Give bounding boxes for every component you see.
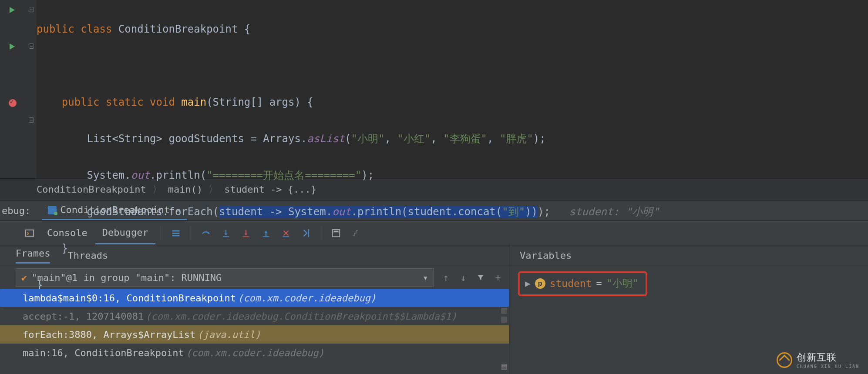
frame-text: forEach:3880, Arrays$ArrayList: [23, 329, 195, 340]
fold-toggle[interactable]: [29, 43, 34, 49]
keyword: static: [106, 96, 144, 108]
frame-text: lambda$main$0:16, ConditionBreakpoint: [23, 293, 236, 304]
frame-location: (com.xm.coder.ideadebug): [238, 293, 376, 304]
debug-label: ebug:: [0, 205, 30, 216]
string: "========开始点名========": [206, 169, 361, 181]
keyword: public: [62, 96, 100, 108]
signature: (String[] args): [206, 96, 307, 108]
variables-title: Variables: [509, 245, 868, 266]
variable-row[interactable]: ▶ p student = "小明": [518, 271, 647, 296]
code-text: goodStudents.forEach(: [87, 206, 219, 218]
method-name: main: [181, 96, 206, 108]
code-text: student -> System.: [219, 206, 332, 218]
frame-location: (com.xm.coder.ideadebug): [186, 347, 324, 358]
breakpoint-icon[interactable]: [9, 99, 17, 107]
watermark-text: 创新互联: [797, 352, 837, 363]
field: out: [332, 206, 351, 218]
code-text: .println(student.concat(: [351, 206, 502, 218]
run-method-icon[interactable]: [10, 43, 17, 51]
code-text: );: [538, 206, 550, 218]
frame-row[interactable]: accept:-1, 1207140081 (com.xm.coder.idea…: [0, 307, 509, 325]
code-text: ,: [384, 133, 397, 145]
brace: {: [307, 96, 313, 108]
code-text: );: [533, 133, 546, 145]
frame-row[interactable]: lambda$main$0:16, ConditionBreakpoint (c…: [0, 289, 509, 307]
brace: {: [244, 23, 250, 35]
code-text: (: [345, 133, 351, 145]
frames-list: lambda$main$0:16, ConditionBreakpoint (c…: [0, 289, 509, 374]
param-badge-icon: p: [535, 278, 545, 289]
code-text: ,: [487, 133, 500, 145]
editor-area: public class ConditionBreakpoint { publi…: [0, 0, 868, 178]
class-name: ConditionBreakpoint: [118, 23, 238, 35]
inline-hint: student: "小明": [569, 206, 659, 218]
code-text: );: [361, 169, 374, 181]
keyword: void: [150, 96, 175, 108]
frame-text: main:16, ConditionBreakpoint: [23, 347, 184, 358]
trace-icon[interactable]: [347, 224, 366, 243]
field: out: [131, 169, 150, 181]
variable-value: "小明": [606, 277, 639, 290]
svg-rect-0: [26, 230, 34, 236]
string: "李狗蛋": [443, 133, 487, 145]
watermark-logo-icon: [777, 352, 792, 368]
code-text: .println(: [150, 169, 206, 181]
string: "到": [502, 206, 525, 218]
fold-toggle[interactable]: [29, 7, 34, 12]
run-class-icon[interactable]: [10, 7, 17, 15]
variables-panel: Variables ▶ p student = "小明" 创新互联 CHUANG…: [509, 245, 868, 374]
variable-name: student: [550, 278, 592, 289]
frame-text: accept:-1, 1207140081: [23, 311, 144, 322]
frame-location: (java.util): [197, 329, 261, 340]
frame-row[interactable]: forEach:3880, Arrays$ArrayList (java.uti…: [0, 325, 509, 344]
fold-toggle[interactable]: [29, 117, 34, 123]
code-area[interactable]: public class ConditionBreakpoint { publi…: [37, 0, 868, 178]
code-text: ,: [431, 133, 443, 145]
fold-column: [27, 0, 37, 178]
expand-icon[interactable]: ▶: [525, 278, 531, 289]
equals: =: [596, 278, 602, 289]
check-icon: ✔: [21, 272, 27, 283]
keyword: class: [81, 23, 112, 35]
watermark: 创新互联 CHUANG XIN HU LIAN: [777, 351, 859, 369]
static-call: asList: [307, 133, 345, 145]
watermark-subtext: CHUANG XIN HU LIAN: [797, 364, 859, 369]
string: "小红": [397, 133, 431, 145]
keyword: public: [37, 23, 74, 35]
run-config-icon: [48, 206, 57, 214]
scrollbar[interactable]: [501, 308, 507, 323]
code-text: System.: [87, 169, 131, 181]
string: "小明": [351, 133, 384, 145]
code-text: )): [525, 206, 538, 218]
frame-row[interactable]: main:16, ConditionBreakpoint (com.xm.cod…: [0, 344, 509, 362]
brace: }: [62, 242, 68, 254]
string: "胖虎": [500, 133, 533, 145]
gutter: [0, 0, 27, 178]
code-text: List<String> goodStudents = Arrays.: [87, 133, 307, 145]
frame-location: (com.xm.coder.ideadebug.ConditionBreakpo…: [145, 311, 457, 322]
restore-layout-icon[interactable]: ▤: [501, 361, 507, 371]
